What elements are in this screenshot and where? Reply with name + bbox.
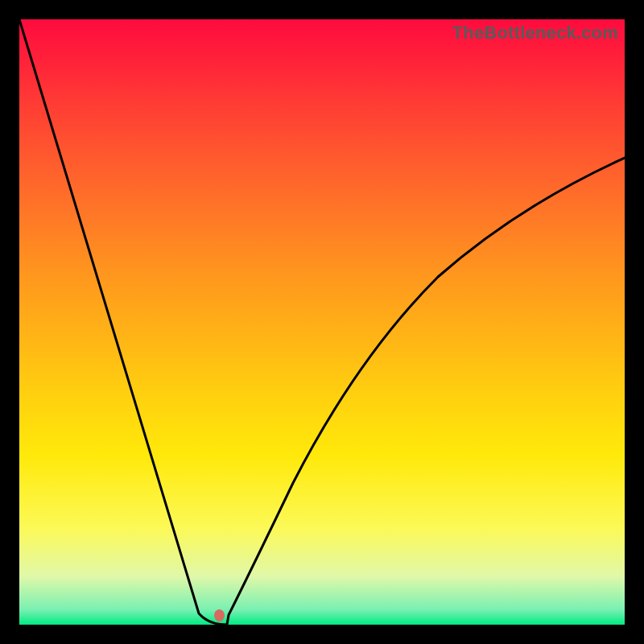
minimum-marker — [214, 609, 225, 621]
chart-frame: TheBottleneck.com — [0, 0, 644, 644]
curve-path — [19, 19, 625, 625]
bottleneck-curve — [19, 19, 625, 625]
plot-area: TheBottleneck.com — [19, 19, 625, 625]
